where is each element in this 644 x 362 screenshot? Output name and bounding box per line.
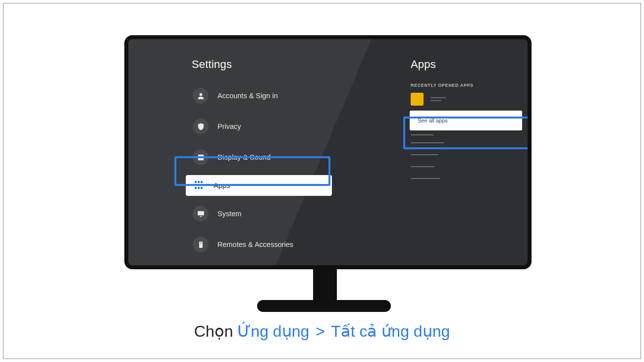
settings-item-label: Display & Sound: [217, 153, 270, 161]
apps-column: Apps RECENTLY OPENED APPS See all apps: [411, 58, 528, 190]
caption-step1: Ứng dụng: [237, 322, 309, 340]
shield-icon: [193, 119, 209, 134]
tv-screen: Settings Accounts & Sign in Privacy: [128, 39, 528, 265]
remote-icon: [193, 237, 209, 252]
apps-icon: [195, 181, 204, 190]
settings-item-label: System: [217, 210, 241, 218]
settings-column: Settings Accounts & Sign in Privacy: [192, 58, 355, 265]
instruction-caption: Chọn Ứng dụng > Tất cả ứng dụng: [3, 322, 641, 341]
settings-item-system[interactable]: System: [192, 201, 355, 227]
settings-item-privacy[interactable]: Privacy: [192, 114, 355, 139]
settings-item-apps[interactable]: Apps: [186, 175, 332, 196]
caption-prefix: Chọn: [194, 322, 238, 340]
image-icon: [193, 149, 209, 165]
settings-item-label: Apps: [214, 181, 230, 189]
tv-monitor-bezel: Settings Accounts & Sign in Privacy: [124, 35, 532, 269]
settings-item-label: Privacy: [217, 122, 241, 130]
tv-stand-neck: [313, 265, 337, 302]
see-all-apps-label: See all apps: [418, 118, 448, 123]
caption-step2: Tất cả ứng dụng: [331, 322, 450, 340]
caption-separator: >: [316, 322, 325, 340]
recently-opened-header: RECENTLY OPENED APPS: [411, 83, 528, 88]
account-icon: [193, 88, 209, 104]
apps-title: Apps: [411, 58, 528, 71]
see-all-apps-button[interactable]: See all apps: [410, 111, 522, 130]
recent-app-item[interactable]: [411, 93, 528, 106]
settings-item-label: Remotes & Accessories: [217, 241, 293, 248]
app-thumbnail: [411, 93, 424, 106]
monitor-icon: [193, 206, 209, 222]
document-frame: Settings Accounts & Sign in Privacy: [3, 3, 641, 359]
permissions-section: [411, 134, 528, 179]
settings-item-display[interactable]: Display & Sound: [192, 144, 355, 170]
settings-item-accounts[interactable]: Accounts & Sign in: [192, 83, 355, 109]
settings-item-remotes[interactable]: Remotes & Accessories: [192, 232, 355, 257]
tv-stand-base: [257, 300, 391, 312]
app-placeholder-lines: [430, 97, 446, 101]
settings-title: Settings: [192, 58, 355, 71]
settings-item-label: Accounts & Sign in: [217, 92, 278, 100]
